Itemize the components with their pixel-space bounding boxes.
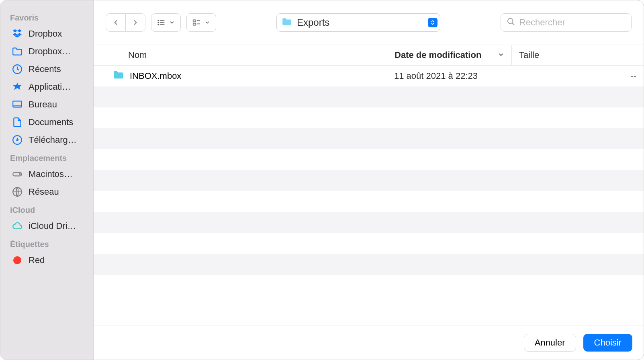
sidebar-item-documents[interactable]: Documents [0,113,93,131]
sidebar-item-label: Réseau [29,187,59,197]
table-row [94,170,644,191]
column-header-name[interactable]: Nom [94,45,387,65]
search-icon [507,17,515,28]
sidebar: Favoris Dropbox Dropbox… Récents Applica… [0,0,94,360]
sidebar-item-icloud-drive[interactable]: iCloud Dri… [0,217,93,235]
sidebar-item-label: Red [29,255,45,265]
svg-rect-14 [193,23,196,25]
sidebar-item-macintosh-hd[interactable]: Macintos… [0,165,93,183]
sidebar-item-label: Macintos… [29,169,73,179]
svg-point-11 [158,24,159,25]
tags-header: Étiquettes [0,235,93,251]
applications-icon [12,81,23,93]
footer: Annuler Choisir [94,325,644,360]
sidebar-item-label: Récents [29,64,61,74]
list-view-button[interactable] [151,13,181,32]
svg-rect-13 [193,20,196,22]
table-row [94,191,644,212]
location-popup[interactable]: Exports [276,13,440,32]
main-panel: Exports Nom Date de modification Taille [94,0,644,360]
tag-dot-icon [12,255,23,266]
column-header-row: Nom Date de modification Taille [94,45,644,66]
sidebar-item-dropbox[interactable]: Dropbox [0,25,93,43]
svg-point-9 [158,22,159,23]
sidebar-item-label: iCloud Dri… [29,221,76,231]
svg-point-7 [158,20,159,21]
favorites-header: Favoris [0,8,93,25]
table-row [94,149,644,170]
table-row [94,233,644,254]
sidebar-item-desktop[interactable]: Bureau [0,96,93,113]
svg-line-18 [512,23,515,25]
location-label: Exports [297,17,423,28]
download-icon [12,134,23,146]
folder-icon [12,46,23,57]
table-row[interactable]: INBOX.mbox 11 août 2021 à 22:23 -- [94,66,644,86]
sidebar-item-recents[interactable]: Récents [0,60,93,78]
sidebar-item-dropbox-folder[interactable]: Dropbox… [0,43,93,60]
table-row [94,275,644,296]
svg-point-5 [19,174,20,175]
forward-button[interactable] [125,13,145,32]
group-view-button[interactable] [186,13,216,32]
dropbox-icon [12,28,23,39]
search-field[interactable] [501,13,632,32]
column-header-modified[interactable]: Date de modification [387,45,511,65]
toolbar: Exports [94,0,644,45]
disk-icon [12,169,23,180]
desktop-icon [12,99,23,110]
sidebar-item-label: Dropbox [29,29,62,39]
sidebar-item-label: Applicati… [29,82,71,92]
icloud-header: iCloud [0,201,93,217]
sidebar-item-tag-red[interactable]: Red [0,251,93,269]
clock-icon [12,64,23,75]
table-row [94,107,644,128]
sidebar-item-label: Bureau [29,99,57,110]
file-list: INBOX.mbox 11 août 2021 à 22:23 -- [94,66,644,325]
locations-header: Emplacements [0,149,93,165]
svg-point-17 [508,19,513,24]
file-size: -- [511,71,644,81]
cancel-button[interactable]: Annuler [524,334,576,352]
sidebar-item-label: Télécharg… [29,135,77,145]
sidebar-item-label: Documents [29,117,73,128]
sidebar-item-network[interactable]: Réseau [0,183,93,201]
folder-icon [282,17,292,28]
table-row [94,86,644,107]
sidebar-item-label: Dropbox… [29,46,71,57]
folder-icon [113,70,124,82]
table-row [94,254,644,275]
back-button[interactable] [106,13,125,32]
table-row [94,128,644,149]
chevron-down-icon [498,50,504,60]
table-row [94,212,644,233]
column-header-modified-label: Date de modification [395,50,481,60]
updown-icon [428,18,438,27]
file-name: INBOX.mbox [130,71,181,81]
document-icon [12,117,23,128]
cloud-icon [12,220,23,232]
search-input[interactable] [519,17,626,28]
sidebar-item-applications[interactable]: Applicati… [0,78,93,96]
file-modified: 11 août 2021 à 22:23 [387,71,511,81]
network-icon [12,186,23,197]
column-header-size[interactable]: Taille [511,45,644,65]
sidebar-item-downloads[interactable]: Télécharg… [0,131,93,149]
choose-button[interactable]: Choisir [583,334,632,352]
nav-history-group [106,13,145,32]
